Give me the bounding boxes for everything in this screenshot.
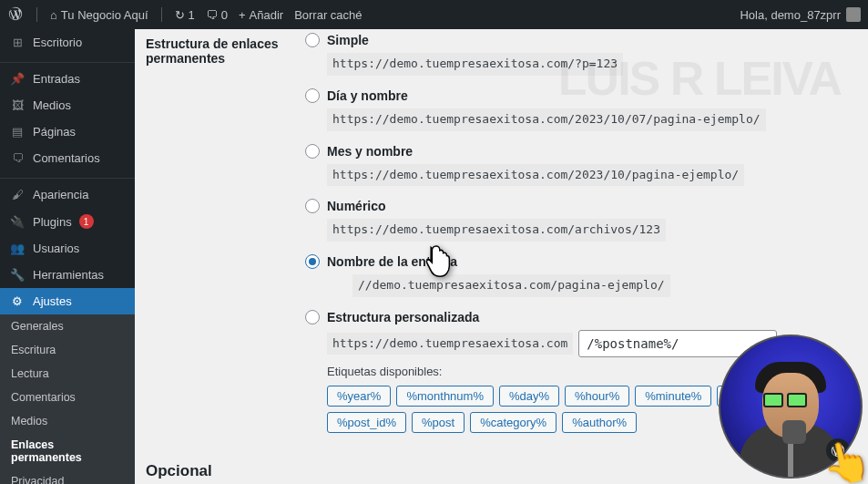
custom-base: https://demo.tuempresaexitosa.com bbox=[327, 333, 573, 355]
avatar[interactable] bbox=[846, 7, 861, 22]
label-month-name[interactable]: Mes y nombre bbox=[327, 144, 413, 159]
sub-writing[interactable]: Escritura bbox=[0, 338, 135, 362]
example-numeric: https://demo.tuempresaexitosa.com/archiv… bbox=[327, 219, 666, 242]
tag-day[interactable]: %day% bbox=[499, 386, 559, 407]
structure-label: Estructura de enlaces permanentes bbox=[146, 33, 305, 66]
example-month-name: https://demo.tuempresaexitosa.com/2023/1… bbox=[327, 164, 744, 187]
new-content-link[interactable]: + Añadir bbox=[239, 8, 283, 22]
sidebar-item-appearance[interactable]: 🖌Apariencia bbox=[0, 181, 135, 208]
clear-cache-link[interactable]: Borrar caché bbox=[294, 8, 362, 22]
plug-icon: 🔌 bbox=[9, 215, 26, 229]
sidebar-item-media[interactable]: 🖾Medios bbox=[0, 92, 135, 118]
sidebar-item-comments[interactable]: 🗨Comentarios bbox=[0, 145, 135, 171]
example-day-name: https://demo.tuempresaexitosa.com/2023/1… bbox=[327, 108, 766, 131]
example-simple: https://demo.tuempresaexitosa.com/?p=123 bbox=[327, 53, 623, 76]
tag-author[interactable]: %author% bbox=[562, 412, 637, 433]
radio-simple[interactable] bbox=[305, 33, 320, 47]
tag-year[interactable]: %year% bbox=[327, 386, 391, 407]
radio-post-name[interactable] bbox=[305, 254, 320, 269]
label-custom[interactable]: Estructura personalizada bbox=[327, 310, 479, 324]
page-icon: ▤ bbox=[9, 125, 26, 139]
tag-category[interactable]: %category% bbox=[470, 412, 557, 433]
example-post-name: //demo.tuempresaexitosa.com/pagina-ejemp… bbox=[352, 274, 670, 297]
comments-link[interactable]: 🗨 0 bbox=[206, 8, 228, 22]
option-post-name: Nombre de la entrada //demo.tuempresaexi… bbox=[305, 254, 857, 297]
radio-custom[interactable] bbox=[305, 310, 320, 324]
plus-icon: + bbox=[239, 8, 246, 22]
sidebar-item-settings[interactable]: ⚙Ajustes bbox=[0, 288, 135, 314]
comment-icon: 🗨 bbox=[206, 8, 218, 22]
admin-toolbar: ⌂ Tu Negocio Aquí ↻ 1 🗨 0 + Añadir Borra… bbox=[0, 0, 868, 29]
sidebar-item-dashboard[interactable]: ⊞Escritorio bbox=[0, 29, 135, 56]
sidebar-item-users[interactable]: 👥Usuarios bbox=[0, 235, 135, 262]
option-numeric: Numérico https://demo.tuempresaexitosa.c… bbox=[305, 199, 857, 242]
wrench-icon: 🔧 bbox=[9, 268, 26, 282]
sub-permalinks[interactable]: Enlaces permanentes bbox=[0, 433, 135, 469]
option-month-name: Mes y nombre https://demo.tuempresaexito… bbox=[305, 144, 857, 187]
label-numeric[interactable]: Numérico bbox=[327, 199, 386, 213]
tag-post-id[interactable]: %post_id% bbox=[327, 412, 406, 433]
media-icon: 🖾 bbox=[9, 98, 26, 112]
label-day-name[interactable]: Día y nombre bbox=[327, 88, 408, 103]
sidebar-item-plugins[interactable]: 🔌Plugins1 bbox=[0, 208, 135, 235]
tag-postname[interactable]: %post bbox=[412, 412, 465, 433]
howdy-link[interactable]: Hola, demo_87zprr bbox=[740, 8, 841, 22]
label-post-name[interactable]: Nombre de la entrada bbox=[327, 254, 457, 269]
sidebar-item-pages[interactable]: ▤Páginas bbox=[0, 118, 135, 145]
sliders-icon: ⚙ bbox=[9, 294, 26, 308]
option-simple: Simple https://demo.tuempresaexitosa.com… bbox=[305, 33, 857, 76]
sidebar-item-tools[interactable]: 🔧Herramientas bbox=[0, 262, 135, 288]
sub-reading[interactable]: Lectura bbox=[0, 362, 135, 386]
tag-minute[interactable]: %minute% bbox=[635, 386, 711, 407]
refresh-icon: ↻ bbox=[175, 8, 185, 22]
tag-monthnum[interactable]: %monthnum% bbox=[396, 386, 494, 407]
brush-icon: 🖌 bbox=[9, 188, 26, 201]
home-icon: ⌂ bbox=[50, 8, 57, 22]
admin-sidebar: ⊞Escritorio 📌Entradas 🖾Medios ▤Páginas 🗨… bbox=[0, 29, 135, 484]
sub-discussion[interactable]: Comentarios bbox=[0, 386, 135, 409]
pin-icon: 📌 bbox=[9, 72, 26, 86]
updates-link[interactable]: ↻ 1 bbox=[175, 8, 195, 22]
users-icon: 👥 bbox=[9, 242, 26, 255]
option-day-name: Día y nombre https://demo.tuempresaexito… bbox=[305, 88, 857, 131]
radio-day-name[interactable] bbox=[305, 88, 320, 103]
site-name-link[interactable]: ⌂ Tu Negocio Aquí bbox=[50, 8, 148, 22]
dashboard-icon: ⊞ bbox=[9, 36, 26, 49]
radio-numeric[interactable] bbox=[305, 199, 320, 213]
plugins-badge: 1 bbox=[79, 214, 94, 229]
sidebar-item-posts[interactable]: 📌Entradas bbox=[0, 66, 135, 92]
radio-month-name[interactable] bbox=[305, 144, 320, 159]
wp-logo-icon[interactable] bbox=[7, 5, 24, 25]
sub-media[interactable]: Medios bbox=[0, 409, 135, 433]
comment-icon: 🗨 bbox=[9, 151, 26, 165]
tag-hour[interactable]: %hour% bbox=[565, 386, 629, 407]
sub-privacy[interactable]: Privacidad bbox=[0, 469, 135, 484]
settings-submenu: Generales Escritura Lectura Comentarios … bbox=[0, 314, 135, 484]
sub-general[interactable]: Generales bbox=[0, 314, 135, 338]
label-simple[interactable]: Simple bbox=[327, 33, 369, 47]
